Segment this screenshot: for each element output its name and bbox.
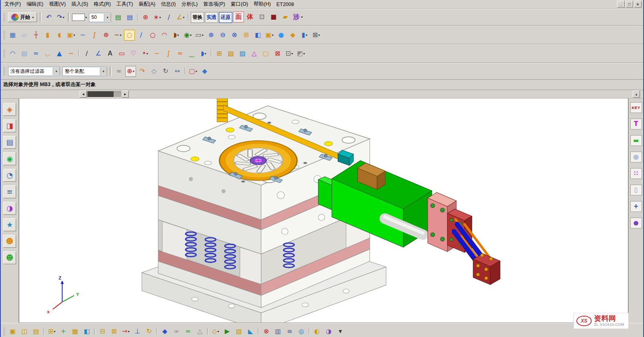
tools-palette-icon[interactable]: ★ [3, 218, 16, 231]
assembly-navigator-icon[interactable]: ◈ [3, 103, 16, 116]
gold-bar-icon[interactable]: ▰ [280, 12, 291, 23]
variation-icon[interactable]: ◑ [323, 326, 334, 337]
start-menu-button[interactable]: 开始 ▾ [8, 12, 37, 22]
pan-view-icon[interactable]: ↔ [172, 66, 183, 77]
roles-icon[interactable]: ◑ [3, 202, 16, 215]
exploded-views-icon[interactable]: ◇▾ [210, 326, 221, 337]
arrangements-icon[interactable]: ▧ [233, 326, 244, 337]
toolbar-grip[interactable] [3, 49, 5, 58]
instance-geometry-icon[interactable]: ◧ [252, 30, 263, 41]
helix-icon[interactable]: ∫ [89, 30, 100, 41]
menu-edit[interactable]: 编辑(E) [24, 0, 46, 8]
unite-icon[interactable]: ⊕ [206, 30, 217, 41]
clipboard-icon[interactable]: ⊡▾ [284, 48, 295, 59]
offset-curve-icon[interactable]: ∽ [151, 48, 162, 59]
model-canvas[interactable]: Z Y x [19, 99, 628, 323]
point-icon[interactable]: ⊕ [101, 30, 111, 41]
wave-linker-icon[interactable]: ≈ [183, 326, 194, 337]
mirror-component-icon[interactable]: ◐ [312, 326, 322, 337]
close-button[interactable]: × [634, 1, 642, 8]
trim-body-icon[interactable]: ⊠▾ [311, 30, 322, 41]
cone-icon[interactable]: ▲ [54, 48, 65, 59]
dropdown-arrow-icon[interactable]: ▾ [53, 68, 60, 75]
cylinder-icon[interactable]: ▮▾ [299, 30, 310, 41]
display-style-dropdown[interactable]: ▾ [72, 12, 87, 23]
menu-insert[interactable]: 插入(S) [68, 0, 91, 8]
intersect-icon[interactable]: ⊗ [229, 30, 240, 41]
revolve-icon[interactable]: ◖ [54, 30, 65, 41]
selection-scope-select[interactable]: 整个装配 ▾ [62, 67, 107, 76]
pattern-geometry-icon[interactable]: ▧ [225, 48, 236, 59]
find-component-icon[interactable]: ▣ [7, 326, 18, 337]
relations-browser-icon[interactable]: △ [194, 326, 205, 337]
open-by-proximity-icon[interactable]: ◫ [19, 326, 30, 337]
toolbar-overflow-icon[interactable]: ▾ [335, 326, 346, 337]
menu-et2008[interactable]: ET2008 [274, 1, 297, 8]
project-curve-icon[interactable]: ∫ [163, 48, 174, 59]
key-tab[interactable]: KEY [630, 102, 642, 113]
isolate-component-icon[interactable]: ◎ [296, 326, 307, 337]
through-curves-icon[interactable]: ▤ [19, 48, 30, 59]
orient-view-icon[interactable]: ↷ [137, 66, 148, 77]
reuse-library-icon[interactable]: ◉ [3, 152, 16, 165]
new-component-icon[interactable]: + [58, 326, 69, 337]
suppress-icon[interactable]: ◩▾ [295, 48, 306, 59]
reference-sets-icon[interactable]: ▥ [272, 326, 283, 337]
layer-settings-icon[interactable]: ▤ [113, 12, 124, 23]
graphics-viewport[interactable]: Z Y x [19, 99, 628, 323]
restore-button[interactable]: 还原 [219, 12, 232, 23]
add-component-icon[interactable]: ⊞▾ [46, 326, 57, 337]
layer-category-icon[interactable]: ▤ [124, 12, 135, 23]
rect-outline-icon[interactable]: ▭ [116, 48, 127, 59]
toolbar-grip[interactable] [3, 13, 5, 22]
intersect-curve-icon[interactable]: ≈ [175, 48, 186, 59]
rotate-view-icon[interactable]: ↻ [160, 66, 171, 77]
menu-file[interactable]: 文件(F) [2, 0, 24, 8]
face-display-button[interactable]: 面 [233, 12, 244, 23]
studio-surface-icon[interactable]: ♡ [128, 48, 139, 59]
bridge-curve-icon[interactable]: ‿ [186, 48, 197, 59]
scrollbar-thumb[interactable] [88, 91, 114, 97]
first-aid-tab-icon[interactable]: + [630, 201, 642, 212]
delete-body-icon[interactable]: ⊠ [272, 48, 283, 59]
arc-icon[interactable]: ◠ [159, 30, 170, 41]
interpart-link-icon[interactable]: ∞ [114, 66, 124, 77]
show-dof-icon[interactable]: ↻ [144, 326, 155, 337]
polyline-icon[interactable]: ∠ [93, 48, 104, 59]
curve-dropdown-icon[interactable]: ∼▾ [112, 30, 123, 41]
undo-icon[interactable]: ↶ [43, 12, 54, 23]
conic-icon[interactable]: ◗▾ [171, 30, 182, 41]
create-array-icon[interactable]: ▦ [70, 326, 80, 337]
wireframe-cube-icon[interactable]: ◇ [149, 66, 159, 77]
snap-point-icon[interactable]: ⊕▾ [125, 66, 136, 77]
wcs-orient-icon[interactable]: ∗▾ [152, 12, 163, 23]
move-object-icon[interactable]: ⊞ [214, 48, 225, 59]
spheres-tab-icon[interactable]: ◎ [630, 152, 642, 162]
menu-information[interactable]: 信息(I) [158, 0, 179, 8]
selection-filter-select[interactable]: 没有选择过滤器 ▾ [8, 67, 60, 76]
scrollbar-track[interactable] [87, 91, 122, 97]
toolbar-grip[interactable] [3, 67, 5, 76]
cylinder-end-plate[interactable] [473, 254, 500, 285]
redo-icon[interactable]: ↷▾ [55, 12, 66, 23]
history-icon[interactable]: ◔ [3, 169, 16, 182]
mirror-assembly-icon[interactable]: ◧ [81, 326, 92, 337]
menu-view[interactable]: 视图(V) [46, 0, 69, 8]
extrude-icon[interactable]: ▮ [42, 30, 53, 41]
circle-icon[interactable]: ○ [147, 30, 158, 41]
menu-analysis[interactable]: 分析(L) [179, 0, 200, 8]
sequence-icon[interactable]: ▶ [222, 326, 233, 337]
subtract-icon[interactable]: ⊖ [217, 30, 228, 41]
sphere-tab-icon[interactable]: ● [630, 218, 642, 228]
n-sided-surface-icon[interactable]: ◡ [42, 48, 53, 59]
boolean-icon[interactable]: ◉▾ [182, 30, 193, 41]
layer-select[interactable]: 50 ▾ [89, 13, 111, 22]
menu-preferences[interactable]: 首选项(P) [200, 0, 228, 8]
block-icon[interactable]: ▣▾ [66, 30, 76, 41]
shell-icon[interactable]: ▣▾ [264, 30, 275, 41]
shaded-view-icon[interactable]: ◆ [199, 66, 210, 77]
wcs-dynamics-icon[interactable]: ⊕ [140, 12, 151, 23]
sphere-icon[interactable]: ● [276, 30, 287, 41]
user-icon[interactable]: ☻ [3, 235, 16, 248]
measure-angle-icon[interactable]: ∠▾ [175, 12, 186, 23]
